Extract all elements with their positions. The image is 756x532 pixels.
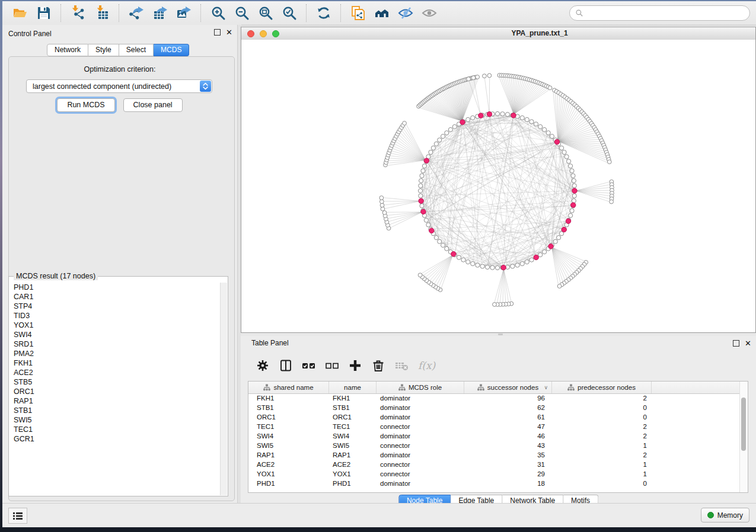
import-table-icon[interactable] (93, 4, 111, 22)
mcds-result-item[interactable]: FKH1 (14, 358, 221, 368)
close-panel-icon[interactable]: ✕ (226, 29, 232, 36)
mcds-result-item[interactable]: GCR1 (14, 434, 221, 444)
network-node-dominator[interactable] (421, 209, 426, 214)
deselect-all-icon[interactable] (324, 358, 340, 373)
close-table-panel-icon[interactable]: ✕ (745, 340, 751, 347)
tab-style[interactable]: Style (88, 44, 119, 56)
network-view[interactable] (241, 40, 755, 332)
column-header-predecessor-nodes[interactable]: predecessor nodes (552, 382, 652, 393)
tab-select[interactable]: Select (119, 44, 154, 56)
network-node-dominator[interactable] (424, 158, 429, 163)
window-minimize-icon[interactable] (260, 30, 267, 37)
table-row[interactable]: STB1STB1dominator620 (248, 403, 740, 412)
tab-mcds[interactable]: MCDS (154, 44, 189, 56)
toolbar-separator (306, 4, 307, 22)
network-node-dominator[interactable] (451, 252, 456, 257)
window-maximize-icon[interactable] (272, 30, 279, 37)
table-row[interactable]: RAP1RAP1dominator352 (248, 450, 740, 460)
table-row[interactable]: SWI5SWI5connector431 (248, 441, 740, 450)
export-network-icon[interactable] (127, 4, 145, 22)
mcds-result-item[interactable]: RAP1 (14, 396, 221, 406)
copy-network-icon[interactable] (349, 4, 367, 22)
table-row[interactable]: TEC1TEC1connector472 (248, 422, 740, 431)
table-row[interactable]: YOX1YOX1connector291 (248, 469, 740, 479)
refresh-icon[interactable] (315, 4, 333, 22)
table-row[interactable]: PHD1PHD1dominator180 (248, 479, 740, 488)
float-panel-icon[interactable] (214, 29, 221, 36)
network-node-dominator[interactable] (562, 227, 566, 232)
table-scrollbar[interactable] (739, 382, 748, 492)
zoom-fit-icon[interactable] (257, 4, 275, 22)
import-network-icon[interactable] (69, 4, 87, 22)
table-scrollbar-thumb[interactable] (741, 398, 746, 451)
open-folder-icon[interactable] (11, 4, 29, 22)
network-node-dominator[interactable] (429, 228, 434, 233)
search-input[interactable] (586, 8, 749, 18)
tab-network[interactable]: Network (47, 44, 88, 56)
network-node-dominator[interactable] (534, 255, 538, 259)
network-node-dominator[interactable] (501, 265, 506, 270)
search-box[interactable] (569, 5, 750, 21)
column-header-successor-nodes[interactable]: successor nodes∨ (464, 382, 552, 393)
float-table-panel-icon[interactable] (733, 340, 739, 347)
memory-button[interactable]: Memory (701, 508, 749, 523)
mcds-result-item[interactable]: STB5 (14, 377, 221, 387)
table-row[interactable]: ACE2ACE2connector311 (248, 460, 740, 469)
column-visibility-icon[interactable] (278, 358, 294, 373)
zoom-in-icon[interactable] (209, 4, 227, 22)
mcds-result-scrollbar[interactable] (220, 283, 227, 495)
optimization-criterion-select[interactable]: largest connected component (undirected) (26, 79, 212, 93)
mcds-result-item[interactable]: STP4 (14, 302, 221, 311)
add-icon[interactable] (347, 358, 363, 373)
mcds-result-item[interactable]: CAR1 (14, 292, 221, 302)
mcds-result-item[interactable]: PMA2 (14, 349, 221, 358)
network-node-dominator[interactable] (548, 244, 553, 249)
mcds-result-item[interactable]: SWI4 (14, 330, 221, 339)
mcds-result-item[interactable]: YOX1 (14, 321, 221, 330)
mcds-result-item[interactable]: TID3 (14, 311, 221, 321)
column-header-shared-name[interactable]: shared name (248, 382, 329, 393)
save-icon[interactable] (35, 4, 53, 22)
network-node-dominator[interactable] (571, 203, 576, 207)
window-close-icon[interactable] (247, 30, 254, 37)
mcds-result-item[interactable]: SRD1 (14, 339, 221, 349)
network-window-titlebar[interactable]: YPA_prune.txt_1 (241, 27, 755, 40)
table-row[interactable]: SWI4SWI4dominator462 (248, 431, 740, 441)
network-node-dominator[interactable] (554, 139, 559, 144)
column-header-name[interactable]: name (329, 382, 377, 393)
zoom-selected-icon[interactable] (280, 4, 298, 22)
network-graph[interactable] (241, 40, 755, 332)
cell-mcds_role: dominator (377, 404, 464, 411)
network-node-dominator[interactable] (479, 113, 483, 118)
hide-selected-icon[interactable] (397, 4, 414, 22)
network-node-dominator[interactable] (572, 188, 577, 193)
table-settings-icon[interactable] (255, 358, 270, 373)
close-panel-button[interactable]: Close panel (123, 98, 183, 112)
network-node-dominator[interactable] (460, 120, 465, 124)
select-all-icon[interactable] (301, 358, 317, 373)
task-history-button[interactable] (8, 508, 27, 524)
network-node-dominator[interactable] (566, 219, 570, 223)
column-header-MCDS-role[interactable]: MCDS role (377, 382, 464, 393)
export-image-icon[interactable] (175, 4, 193, 22)
zoom-out-icon[interactable] (233, 4, 251, 22)
mcds-result-item[interactable]: PHD1 (14, 283, 221, 292)
table-row[interactable]: ORC1ORC1dominator610 (248, 412, 740, 422)
cell-successor_nodes: 43 (464, 442, 552, 449)
mcds-result-item[interactable]: SWI5 (14, 415, 221, 425)
mcds-result-list[interactable]: PHD1CAR1STP4TID3YOX1SWI4SRD1PMA2FKH1ACE2… (9, 283, 221, 495)
mcds-result-item[interactable]: ACE2 (14, 368, 221, 377)
network-node-dominator[interactable] (511, 113, 516, 118)
toolbar-separator (119, 4, 120, 22)
table-row[interactable]: FKH1FKH1dominator962 (248, 393, 740, 403)
show-all-icon[interactable] (420, 4, 438, 22)
export-table-icon[interactable] (151, 4, 169, 22)
mcds-result-item[interactable]: STB1 (14, 406, 221, 415)
delete-icon[interactable] (371, 358, 386, 373)
mcds-result-item[interactable]: TEC1 (14, 425, 221, 434)
first-neighbors-icon[interactable] (373, 4, 391, 22)
network-node-dominator[interactable] (487, 112, 492, 117)
mcds-result-item[interactable]: ORC1 (14, 387, 221, 396)
network-node-dominator[interactable] (419, 198, 423, 203)
run-mcds-button[interactable]: Run MCDS (57, 98, 114, 112)
